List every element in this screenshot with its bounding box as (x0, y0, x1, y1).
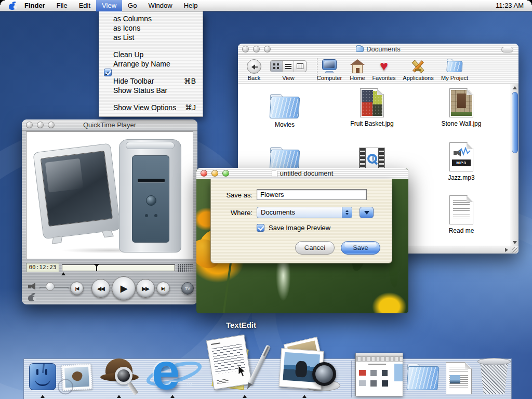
zoom-button[interactable] (264, 46, 271, 52)
dock-mail-icon[interactable] (61, 364, 93, 391)
menu-item-hide-toolbar[interactable]: Hide Toolbar⌘B (99, 76, 203, 86)
menu-go[interactable]: Go (122, 0, 142, 11)
popup-stepper-icon[interactable] (342, 207, 352, 218)
minimize-button[interactable] (211, 170, 218, 177)
close-button[interactable] (242, 46, 249, 52)
document-titlebar[interactable]: untitled document (196, 168, 408, 179)
save-image-preview-checkbox[interactable] (257, 224, 264, 232)
play-button[interactable]: ▶ (112, 276, 136, 300)
menu-item-as-columns[interactable]: as Columns (99, 14, 203, 23)
previous-button[interactable]: |◀ (70, 282, 84, 295)
menu-item-arrange-by-name[interactable]: Arrange by Name (99, 59, 203, 69)
quicktime-titlebar[interactable]: QuickTime Player (22, 119, 197, 131)
power-mac-tower-graphic (119, 139, 181, 252)
toolbar-item-applications[interactable]: Applications (400, 58, 436, 81)
save-sheet: Save as: Flowers Where: Documents Save I… (210, 179, 392, 263)
where-popup-menu[interactable]: Documents (257, 207, 352, 218)
text-file-icon (449, 195, 473, 224)
timeline-track[interactable] (62, 264, 175, 271)
screen-corner (527, 0, 532, 5)
save-as-field[interactable]: Flowers (257, 189, 367, 200)
minimize-button[interactable] (253, 46, 260, 52)
dock-internet-explorer-icon[interactable]: e TM (148, 350, 202, 399)
disclosure-button[interactable] (360, 207, 374, 218)
fast-forward-button[interactable]: ▶▶ (136, 279, 155, 298)
close-button[interactable] (201, 170, 207, 177)
dock-textedit-icon[interactable] (205, 333, 266, 394)
menu-help[interactable]: Help (178, 0, 204, 11)
menu-window[interactable]: Window (142, 0, 178, 11)
document-icon (272, 170, 277, 177)
menu-item-as-icons[interactable]: ✓as Icons (99, 23, 203, 33)
dock-preview-icon[interactable] (271, 340, 344, 398)
menu-file[interactable]: File (51, 0, 73, 11)
vertical-scrollbar[interactable] (511, 84, 518, 246)
toolbar-toggle-button[interactable] (501, 47, 513, 52)
dock-document-icon[interactable] (446, 362, 472, 394)
zoom-button[interactable] (48, 122, 55, 128)
scroll-up-arrow[interactable] (511, 84, 518, 91)
close-button[interactable] (26, 122, 33, 128)
file-read-me[interactable]: Read me (430, 194, 493, 235)
vertical-scroll-thumb[interactable] (512, 92, 518, 153)
dock-finder-icon[interactable] (29, 363, 56, 390)
mp3-badge: MP3 (452, 159, 471, 166)
view-label: View (270, 75, 307, 81)
finder-toolbar: Back View Computer Home (238, 55, 518, 84)
menu-separator (99, 42, 203, 50)
file-jazz-mp3[interactable]: MP3 Jazz.mp3 (430, 141, 493, 182)
menu-view[interactable]: View (96, 0, 122, 11)
tv-button[interactable]: TV (181, 282, 194, 295)
toolbar-item-favorites[interactable]: ♥ Favorites (366, 58, 402, 81)
next-button[interactable]: ▶| (156, 282, 170, 295)
running-indicator-ie (170, 395, 175, 398)
save-button[interactable]: Save (341, 241, 380, 255)
back-label: Back (238, 75, 272, 81)
menu-item-clean-up[interactable]: Clean Up (99, 50, 203, 59)
finder-titlebar[interactable]: Documents (238, 44, 518, 55)
applications-icon (410, 59, 426, 73)
cancel-button[interactable]: Cancel (295, 241, 335, 255)
studio-display-graphic (33, 143, 121, 239)
folder-icon (356, 46, 364, 52)
view-as-icons-segment[interactable] (271, 61, 283, 72)
playhead-marker[interactable] (96, 265, 97, 271)
running-indicator-sherlock (117, 395, 121, 398)
zoom-button[interactable] (222, 170, 229, 177)
dock-sherlock-icon[interactable] (100, 356, 139, 394)
scroll-right-arrow[interactable] (503, 246, 510, 254)
scroll-down-arrow[interactable] (511, 239, 518, 246)
equalizer-dots (178, 264, 193, 272)
apple-menu[interactable] (6, 1, 19, 10)
window-title: Documents (366, 45, 401, 53)
rewind-button[interactable]: ◀◀ (91, 279, 110, 298)
checkbox-label: Save Image Preview (269, 224, 330, 232)
file-stone-wall[interactable]: Stone Wall.jpg (430, 87, 493, 128)
back-arrow-icon[interactable] (247, 59, 261, 74)
file-movies-folder[interactable]: Movies (254, 88, 316, 129)
menu-item-as-list[interactable]: as List (99, 33, 203, 42)
view-as-columns-segment[interactable] (294, 61, 306, 72)
screen-corner (0, 0, 5, 5)
menu-item-show-status-bar[interactable]: Show Status Bar (99, 86, 203, 95)
view-as-list-segment[interactable] (283, 61, 295, 72)
volume-slider-knob[interactable] (46, 282, 55, 291)
menu-finder[interactable]: Finder (19, 0, 51, 11)
favorites-label: Favorites (366, 75, 402, 81)
file-fruit-basket[interactable]: Fruit Basket.jpg (341, 87, 403, 128)
stem-graphic (222, 257, 232, 313)
dock-divider (351, 361, 352, 397)
dock-trash-icon[interactable] (476, 358, 512, 396)
back-button[interactable]: Back (238, 58, 272, 81)
dock-minimized-apple-store-window[interactable] (355, 353, 403, 396)
menu-edit[interactable]: Edit (73, 0, 96, 11)
menu-item-show-view-options[interactable]: Show View Options⌘J (99, 103, 203, 112)
running-indicator-preview (302, 395, 307, 398)
resize-grip[interactable] (511, 246, 518, 254)
window-title-area: Documents (238, 44, 518, 55)
view-segmented-control (270, 60, 307, 72)
columns-view-icon (297, 63, 303, 69)
toolbar-item-my-project[interactable]: My Project (436, 58, 473, 81)
minimize-button[interactable] (37, 122, 44, 128)
dock-folder-icon[interactable] (407, 366, 438, 390)
